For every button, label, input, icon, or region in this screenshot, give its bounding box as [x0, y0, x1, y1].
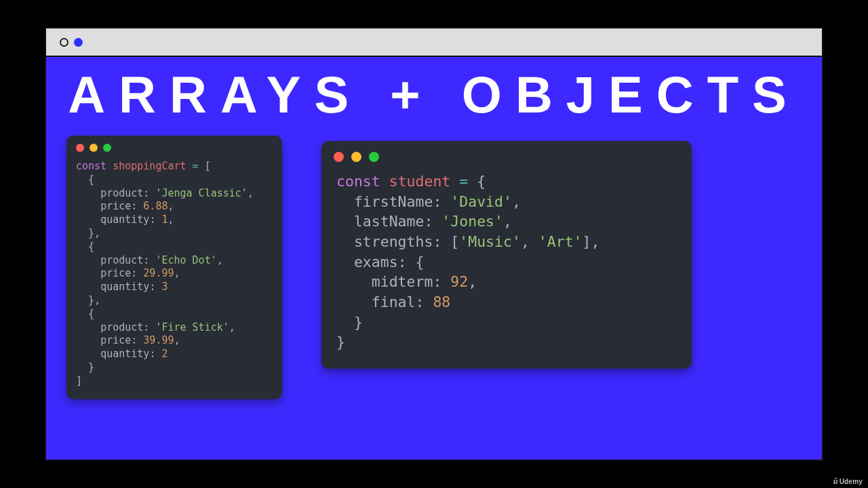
val-final: 88: [433, 293, 450, 310]
key-lastname: lastName: [354, 213, 425, 230]
brand-logo-icon: û: [833, 476, 838, 487]
val-strength-1: 'Art': [538, 233, 583, 250]
bracket-open: [: [205, 160, 211, 172]
op-equals: =: [459, 173, 468, 190]
zoom-icon[interactable]: [103, 144, 111, 152]
browser-window: ARRAYS + OBJECTS const shoppingCart = [ …: [45, 27, 823, 461]
val-firstname: 'David': [450, 193, 512, 210]
code-body-left: const shoppingCart = [ { product: 'Jenga…: [66, 156, 282, 399]
key-product: product: [100, 187, 143, 199]
browser-dot-outline: [60, 38, 68, 47]
keyword-const: const: [336, 173, 380, 190]
key-price: price: [100, 200, 131, 212]
key-firstname: firstName: [354, 193, 433, 210]
code-window-shoppingcart: const shoppingCart = [ { product: 'Jenga…: [66, 136, 282, 399]
key-midterm: midterm: [372, 273, 433, 290]
val-qty-2: 2: [161, 348, 167, 360]
browser-dot-solid: [74, 38, 83, 47]
bracket-close: ]: [76, 375, 82, 387]
minimize-icon[interactable]: [90, 144, 98, 152]
keyword-const: const: [76, 160, 106, 172]
var-shoppingcart: shoppingCart: [113, 160, 186, 172]
val-product-0: 'Jenga Classic': [155, 187, 247, 199]
val-product-2: 'Fire Stick': [155, 321, 229, 333]
key-quantity: quantity: [100, 214, 149, 226]
val-price-0: 6.88: [143, 200, 167, 212]
brand-text: Udemy: [840, 478, 863, 485]
traffic-lights: [321, 141, 692, 167]
val-midterm: 92: [450, 273, 468, 290]
key-price: price: [100, 267, 131, 279]
code-window-student: const student = { firstName: 'David', la…: [321, 141, 692, 369]
val-price-1: 29.99: [143, 267, 174, 279]
browser-titlebar: [46, 28, 822, 57]
key-price: price: [100, 334, 131, 346]
val-price-2: 39.99: [143, 334, 174, 346]
key-product: product: [100, 321, 143, 333]
key-quantity: quantity: [100, 281, 149, 293]
code-windows-row: const shoppingCart = [ { product: 'Jenga…: [46, 136, 822, 399]
traffic-lights: [66, 136, 282, 156]
val-lastname: 'Jones': [441, 213, 503, 230]
key-final: final: [372, 293, 416, 310]
slide-headline: ARRAYS + OBJECTS: [68, 69, 800, 121]
slide-area: ARRAYS + OBJECTS const shoppingCart = [ …: [46, 57, 822, 460]
key-product: product: [100, 254, 143, 266]
val-product-1: 'Echo Dot': [155, 254, 216, 266]
zoom-icon[interactable]: [369, 152, 379, 162]
minimize-icon[interactable]: [351, 152, 361, 162]
brand-badge: ûUdemy: [833, 476, 863, 487]
key-strengths: strengths: [354, 233, 433, 250]
close-icon[interactable]: [76, 144, 84, 152]
key-exams: exams: [354, 253, 398, 270]
var-student: student: [389, 173, 451, 190]
key-quantity: quantity: [100, 348, 149, 360]
close-icon[interactable]: [334, 152, 344, 162]
code-body-right: const student = { firstName: 'David', la…: [321, 167, 692, 369]
val-qty-1: 3: [161, 281, 167, 293]
val-strength-0: 'Music': [459, 233, 521, 250]
op-equals: =: [193, 160, 199, 172]
